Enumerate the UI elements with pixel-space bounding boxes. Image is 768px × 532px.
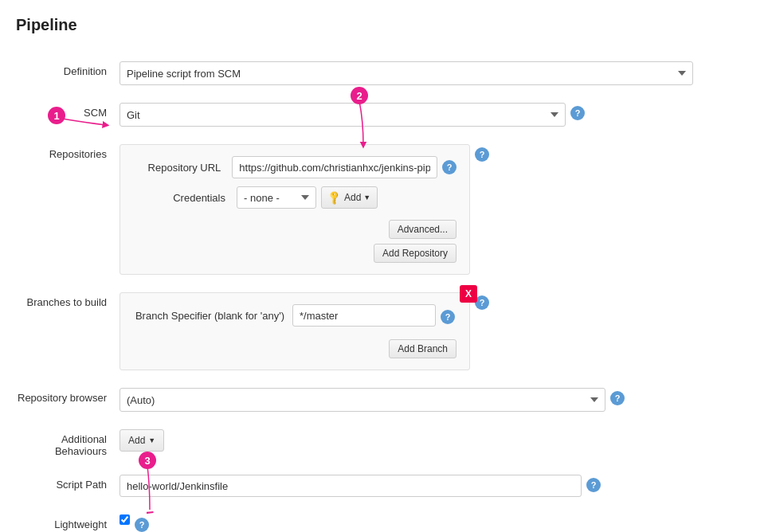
script-path-input[interactable] bbox=[120, 475, 582, 497]
additional-behaviours-row: Additional Behaviours Add ▼ 3 bbox=[16, 426, 752, 460]
additional-behaviours-control: Add ▼ 3 bbox=[120, 429, 752, 452]
add-credentials-button[interactable]: 🔑 Add ▼ bbox=[321, 186, 378, 209]
repo-action-buttons: Advanced... Add Repository bbox=[133, 217, 456, 263]
add-repository-button[interactable]: Add Repository bbox=[374, 244, 456, 263]
lightweight-checkbox[interactable] bbox=[120, 514, 130, 525]
repositories-row: Repositories Repository URL ? Credential… bbox=[16, 141, 752, 278]
add-behaviours-caret-icon: ▼ bbox=[148, 436, 155, 444]
branch-actions: Add Branch bbox=[133, 334, 456, 358]
definition-control: Pipeline script from SCM bbox=[120, 61, 752, 85]
repositories-label: Repositories bbox=[16, 144, 120, 160]
branches-control: X Branch Specifier (blank for 'any') ? A… bbox=[120, 292, 489, 370]
definition-label: Definition bbox=[16, 61, 120, 77]
add-behaviours-button[interactable]: Add ▼ bbox=[120, 429, 164, 452]
remove-branch-button[interactable]: X bbox=[460, 285, 477, 303]
scm-control: 1 Git ? 2 bbox=[120, 103, 752, 127]
credentials-controls: - none - 🔑 Add ▼ bbox=[237, 186, 378, 209]
branch-specifier-row: Branch Specifier (blank for 'any') ? bbox=[133, 304, 456, 327]
definition-row: Definition Pipeline script from SCM bbox=[16, 58, 752, 88]
annotation-2-group: 2 bbox=[351, 87, 368, 104]
branches-label: Branches to build bbox=[16, 292, 120, 308]
repositories-help-icon[interactable]: ? bbox=[475, 147, 489, 162]
page-title: Pipeline bbox=[16, 16, 752, 34]
repo-url-input[interactable] bbox=[232, 156, 437, 178]
scm-select[interactable]: Git bbox=[120, 103, 566, 127]
lightweight-help-icon[interactable]: ? bbox=[135, 518, 149, 532]
credentials-label: Credentials bbox=[133, 192, 237, 204]
repo-browser-control: (Auto) ? bbox=[120, 388, 752, 412]
annotation-3-arrow bbox=[143, 466, 167, 506]
script-path-label: Script Path bbox=[16, 475, 120, 491]
lightweight-checkout-label: Lightweight checkout bbox=[16, 514, 120, 532]
repo-browser-help-icon[interactable]: ? bbox=[610, 391, 625, 405]
branches-row: Branches to build X Branch Specifier (bl… bbox=[16, 289, 752, 374]
caret-down-icon: ▼ bbox=[363, 194, 370, 201]
annotation-1-group: 1 bbox=[48, 107, 65, 124]
page-container: Pipeline Definition Pipeline script from… bbox=[0, 0, 768, 532]
repo-url-row: Repository URL ? bbox=[133, 156, 456, 178]
repo-browser-label: Repository browser bbox=[16, 388, 120, 404]
pipeline-form: Definition Pipeline script from SCM SCM … bbox=[16, 50, 752, 532]
repositories-control: Repository URL ? Credentials - none - 🔑 bbox=[120, 144, 489, 275]
annotation-1-arrow bbox=[62, 119, 102, 143]
branch-specifier-label: Branch Specifier (blank for 'any') bbox=[133, 310, 292, 322]
branches-nested: X Branch Specifier (blank for 'any') ? A… bbox=[120, 292, 470, 370]
script-path-row: Script Path ? bbox=[16, 471, 752, 500]
annotation-2-arrow bbox=[355, 101, 387, 141]
repo-url-help-icon[interactable]: ? bbox=[442, 160, 456, 174]
scm-select-area: Git ? bbox=[120, 103, 585, 127]
credentials-select[interactable]: - none - bbox=[237, 186, 316, 209]
script-path-control: ? bbox=[120, 475, 752, 497]
lightweight-checkbox-row bbox=[120, 514, 130, 525]
scm-row: SCM 1 Git ? 2 bbox=[16, 100, 752, 130]
add-branch-button[interactable]: Add Branch bbox=[389, 339, 456, 358]
credentials-row: Credentials - none - 🔑 Add ▼ bbox=[133, 186, 456, 209]
branch-specifier-input[interactable] bbox=[292, 304, 436, 327]
scm-label: SCM bbox=[16, 103, 120, 119]
lightweight-checkout-control: ? bbox=[120, 514, 752, 532]
scm-help-icon[interactable]: ? bbox=[570, 106, 585, 120]
repo-browser-row: Repository browser (Auto) ? bbox=[16, 385, 752, 415]
repo-url-label: Repository URL bbox=[133, 162, 232, 174]
script-path-help-icon[interactable]: ? bbox=[586, 478, 601, 492]
repositories-nested: Repository URL ? Credentials - none - 🔑 bbox=[120, 144, 470, 275]
key-icon: 🔑 bbox=[326, 190, 343, 206]
advanced-button[interactable]: Advanced... bbox=[389, 220, 456, 239]
definition-select[interactable]: Pipeline script from SCM bbox=[120, 61, 693, 85]
annotation-3-group: 3 bbox=[139, 452, 156, 469]
branch-specifier-help-icon[interactable]: ? bbox=[441, 310, 455, 324]
additional-behaviours-label: Additional Behaviours bbox=[16, 429, 120, 457]
lightweight-checkout-row: Lightweight checkout ? bbox=[16, 511, 752, 532]
repo-browser-select[interactable]: (Auto) bbox=[120, 388, 605, 412]
